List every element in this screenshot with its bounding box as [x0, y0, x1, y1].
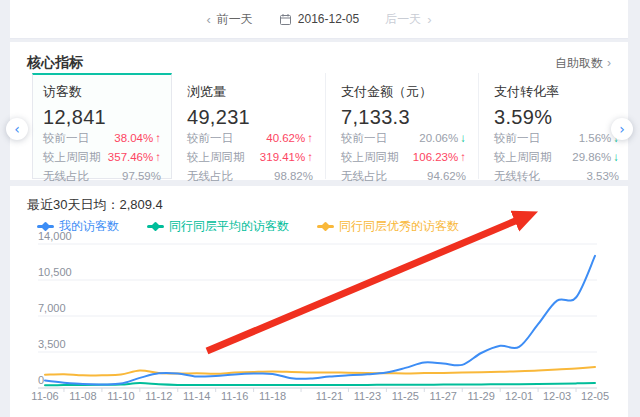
card-value: 49,231	[187, 106, 313, 129]
chart-legend: 我的访客数 同行同层平均的访客数 同行同层优秀的访客数	[37, 218, 459, 235]
metric-row: 较上周同期 106.23%↑	[341, 148, 466, 167]
self-service-data-link[interactable]: 自助取数 ›	[555, 55, 611, 72]
metric-row: 无线占比 98.82%	[187, 167, 313, 186]
next-day-button[interactable]: 后一天 ›	[385, 11, 431, 28]
metric-row: 较上周同期 319.41%↑	[187, 148, 313, 167]
row-label: 较上周同期	[43, 148, 101, 167]
svg-text:11-06: 11-06	[31, 390, 58, 402]
next-day-label: 后一天	[385, 11, 421, 28]
metric-row: 较前一日 1.56%↓	[494, 129, 619, 148]
prev-day-button[interactable]: ‹ 前一天	[206, 11, 252, 28]
row-value: 357.46%↑	[108, 148, 161, 167]
card-title: 访客数	[43, 83, 161, 101]
trend-arrow-icon: ↑	[155, 151, 161, 163]
trend-arrow-icon: ↑	[155, 132, 161, 144]
metric-cards-row: 访客数 12,841 较前一日 38.04%↑ 较上周同期 357.46%↑ 无…	[32, 73, 631, 179]
row-value: 29.86%↓	[572, 148, 619, 167]
legend-marker-icon	[147, 222, 164, 231]
svg-text:11-27: 11-27	[430, 390, 457, 402]
legend-label: 同行同层平均的访客数	[169, 218, 289, 235]
row-label: 较前一日	[341, 129, 387, 148]
series-line-2	[45, 367, 595, 376]
panel-title: 核心指标	[27, 54, 83, 72]
core-metrics-panel: 核心指标 自助取数 › 访客数 12,841 较前一日 38.04%↑ 较上周同…	[10, 42, 628, 180]
row-label: 较前一日	[43, 129, 89, 148]
svg-text:7,000: 7,000	[38, 302, 66, 314]
trend-arrow-icon: ↑	[460, 151, 466, 163]
svg-text:12-01: 12-01	[505, 390, 533, 402]
legend-item-peer-average[interactable]: 同行同层平均的访客数	[147, 218, 289, 235]
metric-card-visitors[interactable]: 访客数 12,841 较前一日 38.04%↑ 较上周同期 357.46%↑ 无…	[32, 73, 172, 179]
metric-row: 较前一日 20.06%↓	[341, 129, 466, 148]
metric-row: 较前一日 40.62%↑	[187, 129, 313, 148]
svg-text:11-10: 11-10	[107, 390, 134, 402]
trend-annotation-arrow	[207, 219, 520, 351]
row-label: 无线转化	[494, 167, 540, 186]
date-nav-bar: ‹ 前一天 2016-12-05 后一天 ›	[10, 0, 628, 39]
row-value: 97.59%	[122, 167, 161, 186]
svg-text:11-16: 11-16	[221, 390, 248, 402]
svg-text:11-23: 11-23	[354, 390, 381, 402]
legend-marker-icon	[37, 222, 54, 231]
row-label: 无线占比	[187, 167, 233, 186]
row-label: 较上周同期	[341, 148, 399, 167]
trend-arrow-icon: ↓	[460, 132, 466, 144]
current-date: 2016-12-05	[298, 12, 359, 26]
metric-row: 无线占比 97.59%	[43, 167, 161, 186]
card-value: 12,841	[43, 106, 161, 129]
chevron-left-icon: ‹	[206, 13, 210, 26]
card-title: 支付转化率	[494, 83, 619, 101]
row-label: 无线占比	[341, 167, 387, 186]
trend-arrow-icon: ↑	[307, 132, 313, 144]
row-value: 38.04%↑	[114, 129, 161, 148]
legend-item-my-visitors[interactable]: 我的访客数	[37, 218, 119, 235]
row-value: 319.41%↑	[260, 148, 313, 167]
svg-text:11-25: 11-25	[392, 390, 419, 402]
metric-card-payment-amount[interactable]: 支付金额（元） 7,133.3 较前一日 20.06%↓ 较上周同期 106.2…	[325, 73, 478, 179]
svg-text:0: 0	[38, 374, 44, 386]
svg-text:12-05: 12-05	[581, 390, 609, 402]
row-value: 3.53%	[586, 167, 619, 186]
svg-text:11-18: 11-18	[259, 390, 286, 402]
legend-marker-icon	[317, 222, 334, 231]
series-line-1	[45, 383, 595, 385]
carousel-left-button[interactable]: ‹	[6, 118, 28, 140]
metric-row: 较上周同期 29.86%↓	[494, 148, 619, 167]
svg-text:11-14: 11-14	[183, 390, 210, 402]
carousel-right-button[interactable]: ›	[611, 118, 633, 140]
row-value: 40.62%↑	[266, 129, 313, 148]
legend-label: 我的访客数	[59, 218, 119, 235]
metric-card-pageviews[interactable]: 浏览量 49,231 较前一日 40.62%↑ 较上周同期 319.41%↑ 无…	[172, 73, 325, 179]
metric-row: 较前一日 38.04%↑	[43, 129, 161, 148]
row-label: 较前一日	[494, 129, 540, 148]
row-label: 较上周同期	[494, 148, 552, 167]
row-value: 106.23%↑	[413, 148, 466, 167]
svg-text:12-03: 12-03	[543, 390, 571, 402]
row-label: 无线占比	[43, 167, 89, 186]
trend-chart-panel: 最近30天日均：2,809.4 我的访客数 同行同层平均的访客数 同行同层优秀的…	[10, 186, 628, 417]
chevron-right-icon: ›	[607, 57, 611, 69]
row-value: 20.06%↓	[419, 129, 466, 148]
svg-text:11-21: 11-21	[316, 390, 343, 402]
metric-row: 较上周同期 357.46%↑	[43, 148, 161, 167]
panel-header: 核心指标 自助取数 ›	[10, 42, 628, 72]
legend-label: 同行同层优秀的访客数	[339, 218, 459, 235]
legend-item-peer-excellent[interactable]: 同行同层优秀的访客数	[317, 218, 459, 235]
row-value: 94.62%	[427, 167, 466, 186]
date-picker[interactable]: 2016-12-05	[279, 12, 359, 26]
trend-arrow-icon: ↓	[613, 151, 619, 163]
svg-text:3,500: 3,500	[38, 338, 66, 350]
calendar-icon	[279, 13, 292, 26]
card-value: 7,133.3	[341, 106, 466, 129]
metric-card-conversion-rate[interactable]: 支付转化率 3.59% 较前一日 1.56%↓ 较上周同期 29.86%↓ 无线…	[478, 73, 631, 179]
svg-text:10,500: 10,500	[38, 266, 72, 278]
metric-row: 无线占比 94.62%	[341, 167, 466, 186]
prev-day-label: 前一天	[217, 11, 253, 28]
card-title: 浏览量	[187, 83, 313, 101]
svg-text:11-29: 11-29	[468, 390, 495, 402]
chevron-right-icon: ›	[427, 13, 431, 26]
card-value: 3.59%	[494, 106, 619, 129]
card-title: 支付金额（元）	[341, 83, 466, 101]
svg-text:11-08: 11-08	[69, 390, 96, 402]
row-label: 较前一日	[187, 129, 233, 148]
